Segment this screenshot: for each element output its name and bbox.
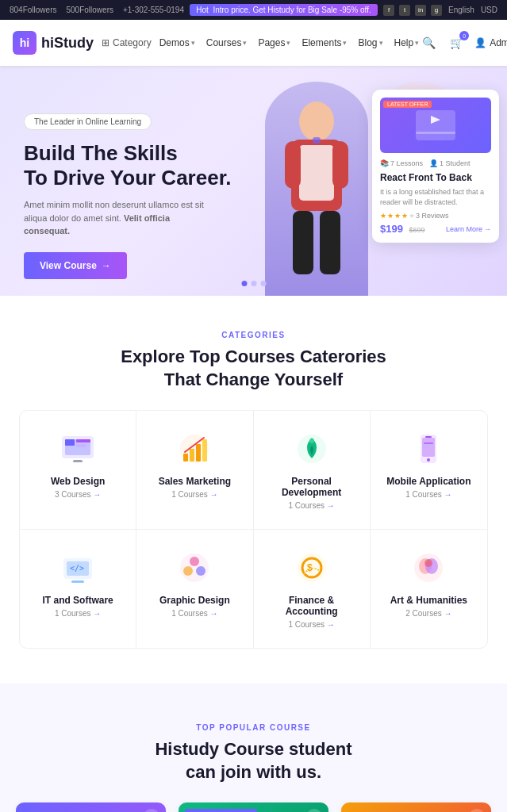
art-count: 2 Courses → [405, 609, 451, 618]
twitter-icon[interactable]: t [399, 5, 410, 16]
star1: ★ [380, 212, 386, 220]
course-1-thumb-bg: hiStudy Create, manage, and Sell eLearni… [16, 802, 166, 812]
category-graphic-design[interactable]: Graphic Design 1 Courses → [136, 530, 253, 648]
course-card-2: ▶ SPOKEN ENGLISH ▶ 70 Videos 📋 25 Class … [179, 802, 328, 812]
view-course-label: View Course [40, 260, 97, 271]
star3: ★ [394, 212, 401, 220]
category-art[interactable]: Art & Humanities 2 Courses → [371, 530, 487, 648]
course-1-thumbnail: hiStudy Create, manage, and Sell eLearni… [16, 802, 166, 812]
cart-button[interactable]: 🛒 0 [447, 33, 467, 52]
category-mobile-app[interactable]: Mobile Application 1 Courses → [371, 411, 487, 529]
learn-more-link[interactable]: Learn More → [446, 225, 491, 233]
category-web-design[interactable]: Web Design 3 Courses → [20, 411, 136, 529]
svg-point-36 [183, 566, 193, 576]
svg-rect-19 [190, 449, 194, 462]
art-name: Art & Humanities [390, 595, 467, 606]
category-grid: Web Design 3 Courses → Sales Marketing 1… [19, 410, 488, 649]
social-icons: f t in g [383, 5, 442, 16]
popular-courses-section: TOP POPULAR COURSE Histudy Course studen… [0, 684, 507, 812]
hero-course-card: LATEST OFFER 📚 7 Lessons 👤 1 Student Rea… [372, 90, 499, 243]
svg-rect-21 [202, 439, 207, 462]
star5: ★ [409, 212, 415, 220]
web-design-name: Web Design [51, 476, 105, 487]
student-icon: 👤 [429, 159, 438, 167]
courses-grid: hiStudy Create, manage, and Sell eLearni… [16, 802, 491, 812]
card-rating: ★ ★ ★ ★ ★ 3 Reviews [380, 212, 491, 220]
category-sales-marketing[interactable]: Sales Marketing 1 Courses → [136, 411, 253, 529]
logo-text: hiStudy [41, 35, 94, 52]
lessons-count: 📚 7 Lessons [380, 159, 423, 167]
svg-rect-33 [71, 580, 84, 583]
price-info: $199 $699 [380, 223, 425, 235]
navbar: hi hiStudy ⊞ Category Demos ▾ Courses ▾ … [0, 20, 507, 66]
graphic-design-count: 1 Courses → [171, 609, 217, 618]
nav-pages[interactable]: Pages ▾ [258, 37, 290, 48]
course-2-thumb-bg: ▶ SPOKEN ENGLISH [179, 802, 328, 812]
nav-elements[interactable]: Elements ▾ [302, 37, 347, 48]
category-it-software[interactable]: </> IT and Software 1 Courses → [20, 530, 136, 648]
nav-courses[interactable]: Courses ▾ [206, 37, 248, 48]
arrow-right-icon: → [102, 260, 111, 271]
course-card-1: hiStudy Create, manage, and Sell eLearni… [16, 802, 166, 812]
nav-help[interactable]: Help ▾ [394, 37, 420, 48]
svg-rect-28 [424, 442, 433, 444]
nav-blog[interactable]: Blog ▾ [358, 37, 382, 48]
admin-label: Admin [490, 37, 507, 48]
svg-point-23 [309, 439, 314, 443]
hero-subtitle: Amet minim mollit non deserunt ullamco e… [24, 200, 204, 223]
currency-selector[interactable]: USD [481, 6, 497, 14]
sales-marketing-icon [175, 430, 213, 468]
mobile-app-icon [409, 430, 447, 468]
category-finance[interactable]: $ Finance & Accounting 1 Courses → [254, 530, 371, 648]
it-software-icon: </> [59, 549, 97, 587]
arrow-icon: → [484, 225, 491, 233]
hero-card-thumbnail: LATEST OFFER [380, 98, 491, 153]
graphic-design-name: Graphic Design [159, 595, 230, 606]
admin-menu[interactable]: 👤 Admin [474, 37, 507, 48]
category-personal-dev[interactable]: Personal Development 1 Courses → [254, 411, 371, 529]
dot-1[interactable] [241, 281, 247, 286]
svg-point-37 [196, 566, 205, 576]
linkedin-icon[interactable]: in [415, 5, 426, 16]
finance-name: Finance & Accounting [267, 595, 357, 617]
dot-2[interactable] [251, 281, 256, 286]
art-icon [409, 549, 447, 587]
chevron-icon: ▾ [243, 39, 247, 47]
course-3-thumb-bg: Difficult Things About Education. [341, 802, 491, 812]
category-row-1: Web Design 3 Courses → Sales Marketing 1… [20, 411, 487, 530]
search-button[interactable]: 🔍 [419, 33, 439, 52]
current-price: $199 [380, 223, 403, 235]
categories-title: Explore Top Courses Caterories That Chan… [19, 346, 488, 391]
language-selector[interactable]: English [448, 6, 474, 14]
hero-title-line2: To Drive Your Career. [24, 166, 232, 190]
spoken-english-badge: SPOKEN ENGLISH [185, 809, 257, 812]
it-software-count: 1 Courses → [55, 609, 101, 618]
hero-carousel-dots [241, 281, 266, 286]
category-menu[interactable]: ⊞ Category [94, 37, 159, 48]
web-design-count: 3 Courses → [55, 490, 101, 499]
google-icon[interactable]: g [431, 5, 442, 16]
view-course-button[interactable]: View Course → [24, 252, 127, 279]
star2: ★ [387, 212, 394, 220]
review-count: 3 Reviews [416, 212, 449, 220]
it-software-name: IT and Software [42, 595, 113, 606]
facebook-icon[interactable]: f [383, 5, 394, 16]
svg-rect-16 [73, 460, 83, 462]
chevron-icon: ▾ [379, 39, 383, 47]
dot-3[interactable] [260, 281, 266, 286]
svg-point-26 [427, 458, 430, 462]
mobile-app-name: Mobile Application [386, 476, 471, 487]
followers-count: 804Followers [10, 6, 56, 14]
card-meta: 📚 7 Lessons 👤 1 Student [380, 159, 491, 167]
personal-dev-count: 1 Courses → [288, 501, 334, 510]
cart-badge: 0 [459, 31, 469, 40]
star4: ★ [401, 212, 408, 220]
svg-point-35 [190, 557, 199, 566]
logo-icon: hi [13, 31, 36, 55]
hot-badge: Hot Intro price. Get Histudy for Big Sal… [190, 4, 377, 16]
logo[interactable]: hi hiStudy [13, 31, 94, 55]
course-card-3: Difficult Things About Education. 📅 41 D… [341, 802, 491, 812]
user-icon: 👤 [474, 37, 486, 48]
categories-section: CATEGORIES Explore Top Courses Caterorie… [0, 296, 507, 684]
nav-demos[interactable]: Demos ▾ [159, 37, 195, 48]
